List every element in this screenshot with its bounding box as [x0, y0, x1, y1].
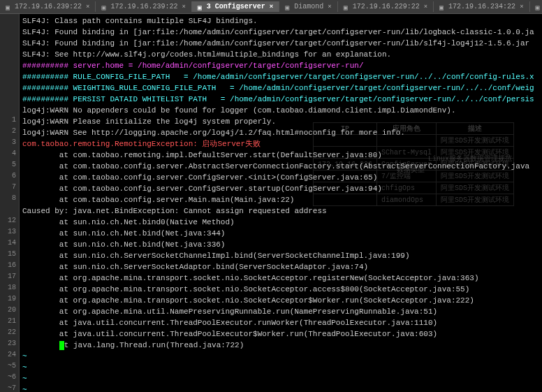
tab-label: 172.19.16.239:22 [110, 3, 177, 10]
gutter-line: 21 [0, 316, 16, 327]
gutter-line: 6 [0, 170, 16, 182]
line-gutter: 12345678 12131415161718192021222324~5~6~… [0, 14, 20, 392]
close-icon[interactable]: × [424, 3, 427, 10]
code-line: at org.apache.mina.transport.socket.nio.… [22, 273, 539, 284]
tab-bar: ▣172.19.16.239:22×▣172.19.16.239:22×▣3 C… [0, 0, 542, 14]
tab-4[interactable]: ▣172.19.16.229:22× [338, 1, 434, 12]
tab-1[interactable]: ▣172.19.16.239:22× [96, 1, 191, 12]
code-line: SLF4J: See http://www.slf4j.org/codes.ht… [22, 49, 539, 60]
gutter-line [0, 59, 16, 70]
gutter-line: 14 [0, 238, 16, 249]
gutter-line [0, 103, 16, 115]
gutter-line [0, 204, 16, 215]
gutter-line: 15 [0, 249, 16, 260]
code-line: at com.taobao.config.server.AbstractServ… [22, 161, 539, 172]
code-area[interactable]: IP应用角色描述 阿里SDS开发测试环境SChart-Mysql阿里SDS开发测… [20, 14, 542, 392]
code-line: at sun.nio.ch.Net.bind(Net.java:336) [22, 239, 539, 250]
gutter-line: 18 [0, 282, 16, 293]
tab-6[interactable]: ▣7× [530, 1, 542, 12]
close-icon[interactable]: × [328, 3, 331, 10]
code-line: at sun.nio.ch.Net.bind0(Native Method) [22, 217, 539, 228]
code-line: ~ [22, 373, 539, 384]
tab-5[interactable]: ▣172.19.16.234:22× [434, 1, 529, 12]
gutter-line: ~7 [0, 383, 16, 392]
code-line: Caused by: java.net.BindException: Canno… [22, 205, 539, 217]
code-line: t java.lang.Thread.run(Thread.java:722) [22, 340, 539, 351]
tab-label: 3 Configserver [207, 3, 265, 10]
gutter-line [0, 92, 16, 103]
code-line: at sun.nio.ch.Net.bind(Net.java:344) [22, 228, 539, 239]
code-line: SLF4J: Found binding in [jar:file:/home/… [22, 38, 539, 49]
tab-label: 172.19.16.234:22 [448, 3, 515, 10]
code-line: at sun.nio.ch.ServerSocketChannelImpl.bi… [22, 250, 539, 261]
terminal-icon: ▣ [439, 3, 446, 10]
code-line: at com.taobao.remoting.impl.DefaultServe… [22, 150, 539, 161]
cursor [59, 341, 64, 350]
tab-label: Diamond [294, 3, 323, 10]
lines-container: SLF4J: Class path contains multiple SLF4… [22, 15, 539, 392]
code-line: at org.apache.mina.transport.socket.nio.… [22, 295, 539, 306]
gutter-line [0, 81, 16, 92]
tab-label: 172.19.16.229:22 [353, 3, 420, 10]
gutter-line: 4 [0, 148, 16, 159]
code-line: at org.apache.mina.transport.socket.nio.… [22, 284, 539, 295]
code-line: at org.apache.mina.util.NamePreservingRu… [22, 306, 539, 317]
gutter-line: 13 [0, 226, 16, 238]
gutter-line: 16 [0, 260, 16, 271]
terminal-icon: ▣ [536, 3, 542, 10]
tab-3[interactable]: ▣Diamond× [279, 1, 337, 12]
gutter-line [0, 70, 16, 81]
code-line: at com.taobao.config.server.Main.main(Ma… [22, 194, 539, 205]
gutter-line: 1 [0, 115, 16, 126]
tab-label: 172.19.16.239:22 [15, 3, 82, 10]
code-line: ~ [22, 351, 539, 362]
gutter-line: 7 [0, 182, 16, 193]
gutter-line: ~5 [0, 361, 16, 372]
code-line: SLF4J: Found binding in [jar:file:/home/… [22, 27, 539, 38]
terminal-icon: ▣ [285, 3, 292, 10]
code-line: ########## RULE_CONFIG_FILE_PATH = /home… [22, 71, 539, 82]
gutter-line [0, 14, 16, 25]
code-line: log4j:WARN Please initialize the log4j s… [22, 116, 539, 127]
code-line: com.taobao.remoting.RemotingException: 启… [22, 138, 539, 150]
code-line: at com.taobao.config.server.ConfigServer… [22, 172, 539, 183]
code-line: ########## server.home = /home/admin/con… [22, 60, 539, 71]
tab-2[interactable]: ▣3 Configserver× [192, 1, 279, 12]
terminal-icon: ▣ [101, 3, 108, 10]
code-line: at java.util.concurrent.ThreadPoolExecut… [22, 328, 539, 340]
close-icon[interactable]: × [182, 3, 185, 10]
code-line: ########## PERSIST DATAID WHITELIST PATH… [22, 94, 539, 105]
terminal-icon: ▣ [6, 3, 13, 10]
code-line: ########## WEIGHTING_RULE_CONFIG_FILE_PA… [22, 82, 539, 94]
gutter-line [0, 25, 16, 36]
code-line: SLF4J: Class path contains multiple SLF4… [22, 15, 539, 27]
code-line: at java.util.concurrent.ThreadPoolExecut… [22, 317, 539, 328]
code-line: log4j:WARN See http://logging.apache.org… [22, 127, 539, 138]
gutter-line: 2 [0, 126, 16, 137]
gutter-line [0, 48, 16, 59]
gutter-line: 5 [0, 159, 16, 170]
editor-area: 12345678 12131415161718192021222324~5~6~… [0, 14, 542, 392]
close-icon[interactable]: × [270, 3, 273, 10]
gutter-line: 24 [0, 349, 16, 361]
terminal-icon: ▣ [344, 3, 351, 10]
gutter-line: 22 [0, 327, 16, 338]
gutter-line: ~6 [0, 372, 16, 383]
gutter-line: 3 [0, 137, 16, 148]
gutter-line: 23 [0, 338, 16, 349]
gutter-line: 17 [0, 271, 16, 282]
gutter-line: 19 [0, 293, 16, 305]
code-line: at com.taobao.config.server.ConfigServer… [22, 183, 539, 194]
code-line: ~ [22, 384, 539, 392]
gutter-line: 8 [0, 193, 16, 204]
terminal-icon: ▣ [198, 3, 205, 10]
tab-0[interactable]: ▣172.19.16.239:22× [0, 1, 96, 12]
close-icon[interactable]: × [86, 3, 89, 10]
code-line: ~ [22, 362, 539, 373]
code-line: at sun.nio.ch.ServerSocketAdaptor.bind(S… [22, 261, 539, 273]
code-line: log4j:WARN No appenders could be found f… [22, 105, 539, 116]
gutter-line: 20 [0, 305, 16, 316]
gutter-line: 12 [0, 215, 16, 226]
close-icon[interactable]: × [520, 3, 523, 10]
gutter-line [0, 36, 16, 48]
